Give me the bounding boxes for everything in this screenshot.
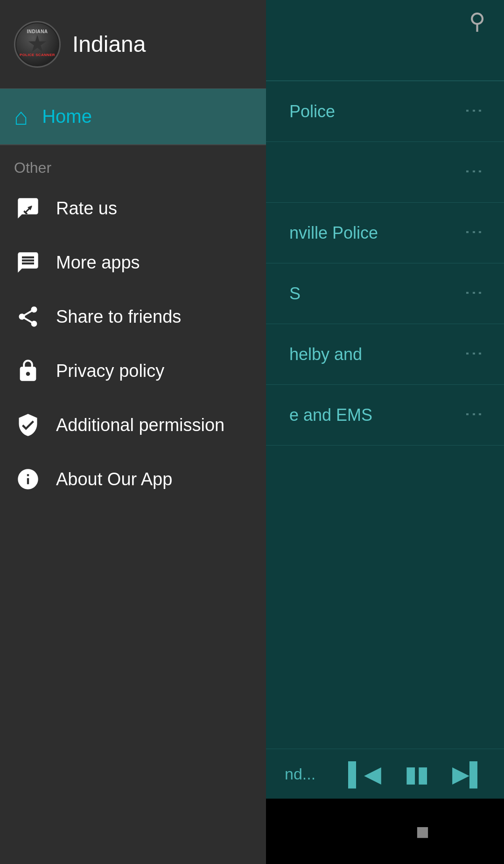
privacy-policy-item[interactable]: Privacy policy <box>0 344 266 398</box>
item-text: helby and <box>289 345 464 364</box>
more-apps-label: More apps <box>56 253 140 273</box>
pause-button[interactable]: ▮▮ <box>405 761 429 787</box>
more-options-icon[interactable]: ⋮ <box>464 223 485 243</box>
logo-badge-icon <box>28 35 47 54</box>
home-menu-item[interactable]: ⌂ Home <box>0 89 266 145</box>
permission-label: Additional permission <box>56 415 224 435</box>
next-button[interactable]: ▶▌ <box>452 761 485 787</box>
player-track-text: nd... <box>285 765 325 783</box>
logo-indiana-text: INDIANA <box>27 29 48 34</box>
logo-scanner-text: POLICE SCANNER <box>20 53 55 57</box>
chat-icon <box>14 248 42 276</box>
more-options-icon[interactable]: ⋮ <box>464 283 485 304</box>
more-options-icon[interactable]: ⋮ <box>464 101 485 121</box>
app-logo: INDIANA POLICE SCANNER <box>14 21 61 68</box>
share-icon <box>14 303 42 331</box>
info-icon <box>14 465 42 493</box>
permission-item[interactable]: Additional permission <box>0 398 266 452</box>
rate-us-label: Rate us <box>56 198 117 219</box>
search-icon[interactable]: ⚲ <box>469 8 485 34</box>
player-bar: nd... ▌◀ ▮▮ ▶▌ <box>266 749 504 799</box>
lock-icon <box>14 357 42 385</box>
more-options-icon[interactable]: ⋮ <box>464 344 485 364</box>
share-label: Share to friends <box>56 307 181 327</box>
about-label: About Our App <box>56 469 172 489</box>
drawer-title: Indiana <box>72 31 146 57</box>
rate-us-item[interactable]: Rate us <box>0 181 266 235</box>
more-apps-item[interactable]: More apps <box>0 235 266 290</box>
about-item[interactable]: About Our App <box>0 452 266 506</box>
item-text: nville Police <box>289 223 464 243</box>
other-section-label: Other <box>0 145 266 181</box>
item-text: S <box>289 284 464 304</box>
share-item[interactable]: Share to friends <box>0 290 266 344</box>
item-text: Police <box>289 102 464 121</box>
drawer-header: INDIANA POLICE SCANNER Indiana <box>0 0 266 89</box>
home-icon: ⌂ <box>14 103 28 130</box>
more-options-icon[interactable]: ⋮ <box>464 405 485 425</box>
edit-icon <box>14 194 42 222</box>
player-controls: ▌◀ ▮▮ ▶▌ <box>348 761 485 787</box>
navigation-drawer: INDIANA POLICE SCANNER Indiana ⌂ Home Ot… <box>0 0 266 864</box>
item-text: e and EMS <box>289 405 464 425</box>
shield-icon <box>14 411 42 439</box>
prev-button[interactable]: ▌◀ <box>348 761 381 787</box>
privacy-label: Privacy policy <box>56 361 164 381</box>
more-options-icon[interactable]: ⋮ <box>464 162 485 182</box>
recent-button[interactable]: ■ <box>416 819 429 844</box>
home-label: Home <box>42 106 92 127</box>
